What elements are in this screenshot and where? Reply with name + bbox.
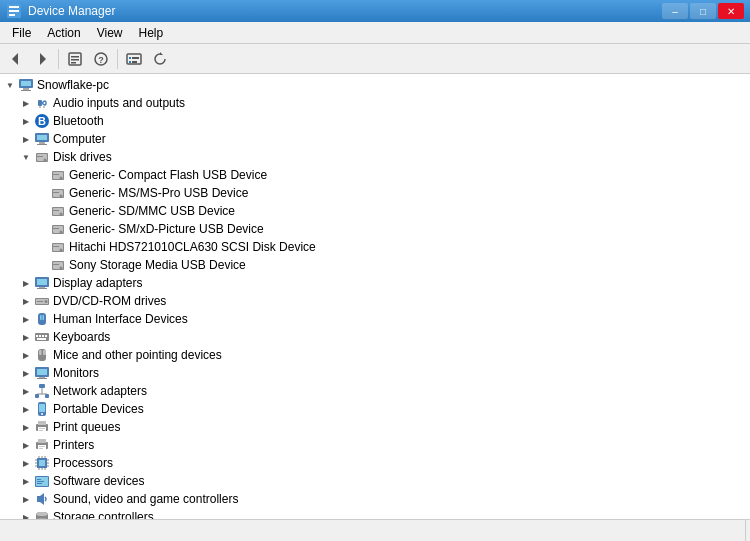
computer-label: Computer [53,132,106,146]
display-expand-icon[interactable] [18,275,34,291]
bluetooth-expand-icon[interactable] [18,113,34,129]
audio-icon [34,95,50,111]
tree-item-dvd[interactable]: DVD/CD-ROM drives [0,292,750,310]
svg-rect-60 [37,279,47,285]
svg-rect-30 [37,144,47,145]
svg-rect-71 [36,335,38,337]
root-expand-icon[interactable] [2,77,18,93]
display-label: Display adapters [53,276,142,290]
mice-expand-icon[interactable] [18,347,34,363]
svg-rect-91 [39,404,45,412]
tree-item-dd2[interactable]: Generic- MS/MS-Pro USB Device [0,184,750,202]
computer-expand-icon[interactable] [18,131,34,147]
portable-expand-icon[interactable] [18,401,34,417]
svg-rect-38 [53,174,59,175]
help-button[interactable]: ? [89,47,113,71]
tree-item-print[interactable]: Print queues [0,418,750,436]
svg-rect-14 [132,57,139,59]
display-icon [34,275,50,291]
tree-item-network[interactable]: Network adapters [0,382,750,400]
storage-expand-icon[interactable] [18,509,34,519]
dvd-expand-icon[interactable] [18,293,34,309]
refresh-button[interactable] [148,47,172,71]
dd3-label: Generic- SD/MMC USB Device [69,204,235,218]
portable-icon [34,401,50,417]
svg-marker-4 [12,53,18,65]
dd5-icon [50,239,66,255]
tree-item-bluetooth[interactable]: B Bluetooth [0,112,750,130]
device-tree[interactable]: Snowflake-pc Audio inputs and outputs [0,74,750,519]
tree-item-printers[interactable]: Printers [0,436,750,454]
dd2-label: Generic- MS/MS-Pro USB Device [69,186,248,200]
processors-expand-icon[interactable] [18,455,34,471]
svg-rect-104 [39,460,45,466]
svg-rect-58 [53,264,59,265]
tree-item-dd4[interactable]: Generic- SM/xD-Picture USB Device [0,220,750,238]
svg-point-33 [44,159,47,162]
tree-item-mice[interactable]: Mice and other pointing devices [0,346,750,364]
svg-point-49 [60,231,63,234]
diskdrives-expand-icon[interactable] [18,149,34,165]
tree-item-software[interactable]: Software devices [0,472,750,490]
tree-item-dd3[interactable]: Generic- SD/MMC USB Device [0,202,750,220]
tree-item-portable[interactable]: Portable Devices [0,400,750,418]
mice-label: Mice and other pointing devices [53,348,222,362]
minimize-button[interactable]: – [662,3,688,19]
portable-label: Portable Devices [53,402,144,416]
svg-marker-17 [160,52,163,55]
svg-rect-34 [37,156,43,157]
tree-item-hid[interactable]: Human Interface Devices [0,310,750,328]
svg-point-57 [60,267,63,270]
tree-item-sound[interactable]: Sound, video and game controllers [0,490,750,508]
keyboard-expand-icon[interactable] [18,329,34,345]
tree-item-audio[interactable]: Audio inputs and outputs [0,94,750,112]
close-button[interactable]: ✕ [718,3,744,19]
svg-rect-19 [21,81,31,86]
monitors-expand-icon[interactable] [18,365,34,381]
printers-expand-icon[interactable] [18,437,34,453]
back-button[interactable] [4,47,28,71]
hid-label: Human Interface Devices [53,312,188,326]
title-bar-left: Device Manager [6,3,115,19]
tree-root[interactable]: Snowflake-pc [0,76,750,94]
tree-item-monitors[interactable]: Monitors [0,364,750,382]
tree-item-diskdrives[interactable]: Disk drives [0,148,750,166]
tree-item-dd6[interactable]: Sony Storage Media USB Device [0,256,750,274]
tree-item-dd1[interactable]: Generic- Compact Flash USB Device [0,166,750,184]
svg-rect-2 [9,10,19,12]
sound-expand-icon[interactable] [18,491,34,507]
monitors-label: Monitors [53,366,99,380]
tree-item-processors[interactable]: Processors [0,454,750,472]
network-expand-icon[interactable] [18,383,34,399]
toolbar: ? [0,44,750,74]
svg-rect-7 [71,56,79,58]
svg-rect-1 [9,6,19,8]
properties-button[interactable] [63,47,87,71]
software-icon [34,473,50,489]
tree-item-storage[interactable]: Storage controllers [0,508,750,519]
show-hidden-button[interactable] [122,47,146,71]
menu-view[interactable]: View [89,24,131,42]
maximize-button[interactable]: □ [690,3,716,19]
audio-expand-icon[interactable] [18,95,34,111]
tree-item-dd5[interactable]: Hitachi HDS721010CLA630 SCSI Disk Device [0,238,750,256]
svg-rect-84 [39,384,45,388]
svg-point-65 [45,300,48,303]
sound-label: Sound, video and game controllers [53,492,238,506]
svg-rect-75 [37,338,46,340]
software-expand-icon[interactable] [18,473,34,489]
tree-item-computer[interactable]: Computer [0,130,750,148]
dd3-icon [50,203,66,219]
processors-icon [34,455,50,471]
menu-action[interactable]: Action [39,24,88,42]
print-expand-icon[interactable] [18,419,34,435]
menu-file[interactable]: File [4,24,39,42]
tree-item-display[interactable]: Display adapters [0,274,750,292]
toolbar-separator-2 [117,49,118,69]
forward-button[interactable] [30,47,54,71]
hid-expand-icon[interactable] [18,311,34,327]
svg-rect-54 [53,246,59,247]
tree-item-keyboard[interactable]: Keyboards [0,328,750,346]
menu-help[interactable]: Help [131,24,172,42]
svg-rect-15 [129,61,131,63]
